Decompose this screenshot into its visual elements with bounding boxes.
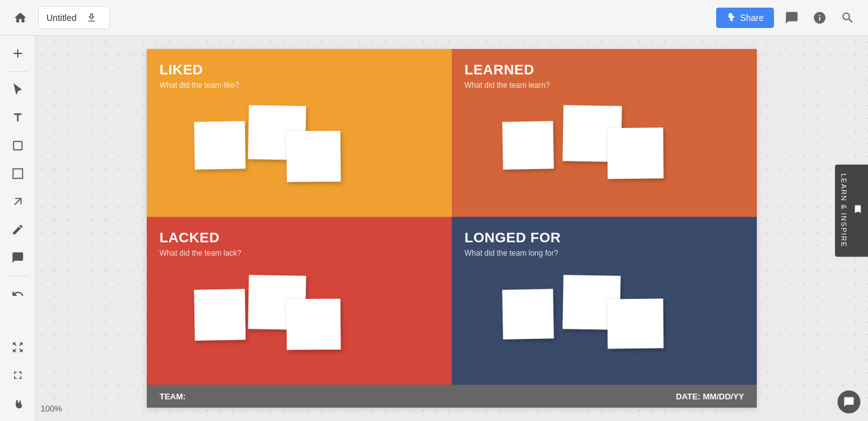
learned-title: LEARNED [465,62,744,78]
share-label: Share [740,13,764,23]
liked-subtitle: What did the team like? [159,81,439,90]
lacked-title: LACKED [159,230,439,246]
team-label: TEAM: [159,392,676,401]
sidebar-divider-1 [8,71,28,72]
fit-view-button[interactable] [5,335,31,360]
sidebar [0,36,36,421]
sticky-note[interactable] [502,121,553,169]
sticky-note[interactable] [287,131,341,183]
arrow-tool[interactable] [5,189,31,214]
hand-tool[interactable] [5,390,31,416]
sticky-note[interactable] [194,289,245,340]
header-right: Share [716,8,868,28]
select-tool[interactable] [5,77,31,102]
text-tool[interactable] [5,105,31,130]
liked-title: LIKED [159,62,439,78]
comments-icon[interactable] [782,8,802,28]
info-icon[interactable] [810,8,830,28]
sticky-tool[interactable] [5,133,31,158]
header: Untitled Share [0,0,868,36]
export-button[interactable] [81,8,102,28]
board-grid: LIKED What did the team like? LEARNED Wh… [147,49,757,385]
canvas-area[interactable]: LIKED What did the team like? LEARNED Wh… [36,36,868,421]
lacked-cell[interactable]: LACKED What did the team lack? [147,217,452,385]
sticky-note[interactable] [607,128,664,179]
sticky-note[interactable] [607,299,664,349]
learned-stickies [465,102,744,204]
learn-inspire-panel[interactable]: LEARN & INSPIRE [835,165,868,257]
learned-cell[interactable]: LEARNED What did the team learn? [452,49,757,217]
document-title: Untitled [46,13,76,23]
svg-rect-0 [13,169,22,179]
board-footer: TEAM: DATE: MM/DD/YY [147,385,757,408]
header-left: Untitled [0,5,118,31]
fullscreen-button[interactable] [5,362,31,388]
sticky-note[interactable] [194,121,245,169]
longed-title: LONGED FOR [465,230,744,246]
longed-subtitle: What did the team long for? [465,249,744,258]
retro-board: LIKED What did the team like? LEARNED Wh… [147,49,757,408]
date-label: DATE: MM/DD/YY [676,392,744,401]
zoom-level: 100% [41,404,62,413]
longed-cell[interactable]: LONGED FOR What did the team long for? [452,217,757,385]
liked-cell[interactable]: LIKED What did the team like? [147,49,452,217]
home-button[interactable] [8,5,33,31]
liked-stickies [159,102,439,204]
chat-button[interactable] [837,390,860,413]
lacked-stickies [159,270,439,372]
title-tab[interactable]: Untitled [38,6,110,29]
panel-label: LEARN & INSPIRE [840,174,848,248]
undo-button[interactable] [5,281,31,307]
search-icon[interactable] [837,8,858,28]
pen-tool[interactable] [5,217,31,242]
learned-subtitle: What did the team learn? [465,81,744,90]
sticky-note[interactable] [287,299,341,350]
share-button[interactable]: Share [716,8,774,28]
sidebar-divider-2 [8,275,28,276]
sticky-note[interactable] [502,289,553,339]
add-button[interactable] [5,41,31,66]
sidebar-bottom [5,335,31,416]
comment-tool[interactable] [5,245,31,270]
lacked-subtitle: What did the team lack? [159,249,439,258]
longed-stickies [465,270,744,372]
shape-tool[interactable] [5,161,31,186]
